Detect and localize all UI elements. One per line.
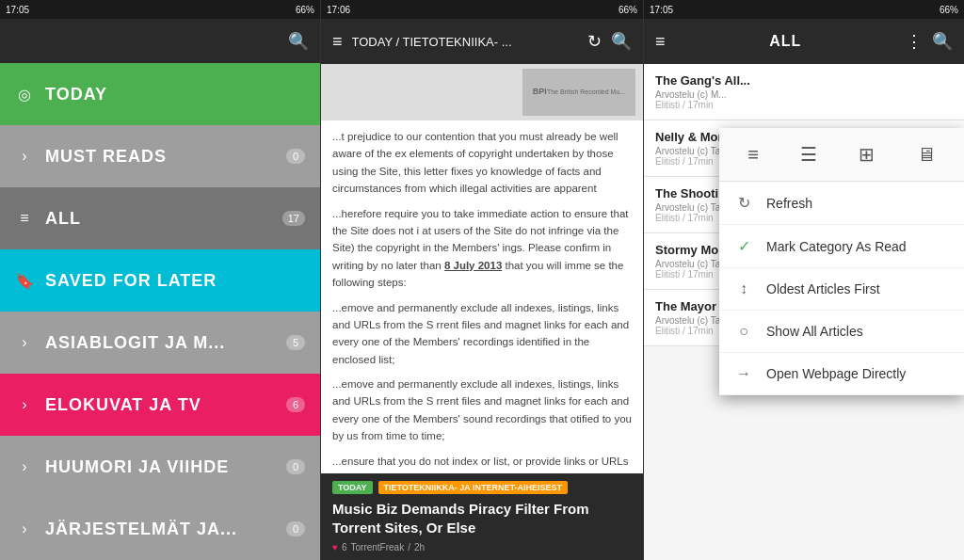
asiablogit-label: ASIABLOGIT JA M...	[45, 333, 286, 353]
sidebar-nav: ◎ TODAY › MUST READS 0 ≡ ALL 17 🔖 SAVED …	[0, 63, 320, 560]
all-label: ALL	[45, 209, 282, 229]
article-content: BPIThe British Recorded Mu... ...t preju…	[321, 64, 643, 473]
battery-2: 66%	[619, 5, 637, 15]
list-item[interactable]: The Gang's All... Arvostelu (c) M... Eli…	[644, 64, 964, 120]
list-item-title-0: The Gang's All...	[655, 73, 953, 88]
heart-icon: ♥	[332, 542, 338, 552]
sidebar-item-elokuvat[interactable]: › ELOKUVAT JA TV 6	[0, 374, 320, 436]
sidebar-item-jarjestelmat[interactable]: › JÄRJESTELMÄT JA... 0	[0, 498, 320, 560]
dropdown-view-icons: ≡ ☰ ⊞ 🖥	[719, 128, 964, 182]
saved-icon: 🔖	[15, 272, 34, 290]
elokuvat-badge: 6	[286, 397, 305, 412]
status-left-1: 17:05	[6, 5, 29, 15]
all-badge: 17	[282, 211, 305, 226]
must-reads-badge: 0	[286, 149, 305, 164]
refresh-icon: ↻	[734, 194, 753, 212]
list-menu-icon[interactable]: ≡	[655, 32, 666, 52]
time-1: 17:05	[6, 5, 29, 15]
jarjestelmat-badge: 0	[286, 521, 305, 536]
list-panel-inner: The Gang's All... Arvostelu (c) M... Eli…	[644, 64, 964, 560]
arrow-right-icon: →	[734, 365, 753, 382]
dropdown-refresh-label: Refresh	[766, 196, 949, 211]
article-panel: 17:06 66% ≡ TODAY / TIETOTEKNIIKA- ... ↻…	[320, 0, 644, 560]
dropdown-menu: ≡ ☰ ⊞ 🖥 ↻ Refresh ✓ Mark Category As Rea…	[719, 128, 964, 395]
article-search-icon[interactable]: 🔍	[611, 31, 632, 52]
status-right-1: 66%	[296, 5, 314, 15]
article-paragraph-5: ...ensure that you do not index or list,…	[332, 453, 632, 473]
article-time: 2h	[414, 542, 425, 552]
sidebar-item-today[interactable]: ◎ TODAY	[0, 63, 320, 125]
battery-1: 66%	[296, 5, 314, 15]
saved-label: SAVED FOR LATER	[45, 271, 305, 291]
article-footer-title: Music Biz Demands Piracy Filter From Tor…	[332, 500, 632, 536]
list-item-subtitle-0: Arvostelu (c) M...	[655, 89, 953, 100]
dropdown-item-open-webpage[interactable]: → Open Webpage Directly	[719, 353, 964, 395]
dropdown-view-desktop-icon[interactable]: 🖥	[909, 140, 943, 169]
sidebar-item-huumori[interactable]: › HUUMORI JA VIIHDE 0	[0, 436, 320, 498]
list-header: ≡ ALL ⋮ 🔍	[644, 19, 964, 64]
article-refresh-icon[interactable]: ↻	[587, 31, 602, 52]
dropdown-item-mark-read[interactable]: ✓ Mark Category As Read	[719, 225, 964, 268]
dropdown-item-refresh[interactable]: ↻ Refresh	[719, 182, 964, 225]
today-icon: ◎	[15, 86, 34, 104]
article-highlight-date: 8 July 2013	[444, 260, 502, 271]
list-search-icon[interactable]: 🔍	[932, 31, 953, 52]
sidebar-header: 🔍	[0, 19, 320, 63]
sidebar-item-saved-for-later[interactable]: 🔖 SAVED FOR LATER	[0, 249, 320, 312]
article-image-area: BPIThe British Recorded Mu...	[321, 64, 643, 120]
battery-3: 66%	[940, 5, 958, 15]
today-label: TODAY	[45, 85, 305, 104]
dropdown-item-show-all[interactable]: ○ Show All Articles	[719, 311, 964, 353]
article-paragraph-3: ...emove and permanently exclude all ind…	[332, 299, 632, 369]
tag-today: TODAY	[332, 481, 373, 494]
sidebar-panel: 17:05 66% 🔍 ◎ TODAY › MUST READS 0 ≡ ALL…	[0, 0, 320, 560]
asiablogit-chevron-icon: ›	[15, 334, 34, 351]
asiablogit-badge: 5	[286, 335, 305, 350]
must-reads-label: MUST READS	[45, 147, 286, 167]
sidebar-item-all[interactable]: ≡ ALL 17	[0, 187, 320, 249]
list-item-meta-0: Elitisti / 17min	[655, 100, 953, 110]
list-header-title: ALL	[675, 33, 896, 50]
article-paragraph-4: ...emove and permanently exclude all ind…	[332, 376, 632, 445]
article-header-title: TODAY / TIETOTEKNIIKA- ...	[352, 35, 578, 49]
dropdown-view-list-icon[interactable]: ≡	[740, 140, 766, 169]
dropdown-show-all-label: Show All Articles	[766, 324, 949, 339]
time-2: 17:06	[327, 5, 350, 15]
huumori-badge: 0	[286, 459, 305, 474]
article-source: TorrentFreak	[351, 542, 405, 552]
time-3: 17:05	[650, 5, 673, 15]
search-icon-sidebar[interactable]: 🔍	[288, 31, 309, 52]
sidebar-item-asiablogit[interactable]: › ASIABLOGIT JA M... 5	[0, 312, 320, 374]
dropdown-view-grid-icon[interactable]: ⊞	[851, 139, 882, 169]
jarjestelmat-label: JÄRJESTELMÄT JA...	[45, 520, 286, 539]
elokuvat-chevron-icon: ›	[15, 396, 34, 413]
sort-icon: ↕	[734, 280, 753, 297]
dropdown-item-oldest-first[interactable]: ↕ Oldest Articles First	[719, 268, 964, 311]
status-bar-2: 17:06 66%	[321, 0, 643, 19]
all-icon: ≡	[15, 210, 34, 227]
article-footer: TODAY TIETOTEKNIIKKA- JA INTERNET-AIHEIS…	[321, 473, 643, 560]
checkmark-icon: ✓	[734, 237, 753, 255]
sidebar-item-must-reads[interactable]: › MUST READS 0	[0, 125, 320, 187]
must-reads-chevron-icon: ›	[15, 148, 34, 165]
elokuvat-label: ELOKUVAT JA TV	[45, 395, 286, 415]
jarjestelmat-chevron-icon: ›	[15, 520, 34, 537]
status-bar-1: 17:05 66%	[0, 0, 320, 19]
article-separator: /	[408, 542, 410, 552]
list-panel: 17:05 66% ≡ ALL ⋮ 🔍 The Gang's All... Ar…	[644, 0, 964, 560]
status-bar-3: 17:05 66%	[644, 0, 964, 19]
circle-icon: ○	[734, 323, 753, 340]
dropdown-mark-read-label: Mark Category As Read	[766, 239, 949, 254]
article-header: ≡ TODAY / TIETOTEKNIIKA- ... ↻ 🔍	[321, 19, 643, 64]
dropdown-open-webpage-label: Open Webpage Directly	[766, 366, 949, 381]
article-menu-icon[interactable]: ≡	[332, 32, 343, 52]
huumori-label: HUUMORI JA VIIHDE	[45, 457, 286, 477]
list-overflow-icon[interactable]: ⋮	[906, 31, 923, 52]
dropdown-view-compact-icon[interactable]: ☰	[793, 139, 825, 169]
article-image-placeholder: BPIThe British Recorded Mu...	[522, 69, 635, 116]
article-text-body[interactable]: ...t prejudice to our contention that yo…	[321, 120, 643, 473]
article-footer-meta: ♥ 6 TorrentFreak / 2h	[332, 542, 632, 552]
dropdown-oldest-first-label: Oldest Articles First	[766, 281, 949, 296]
huumori-chevron-icon: ›	[15, 458, 34, 475]
article-tags: TODAY TIETOTEKNIIKKA- JA INTERNET-AIHEIS…	[332, 481, 632, 494]
